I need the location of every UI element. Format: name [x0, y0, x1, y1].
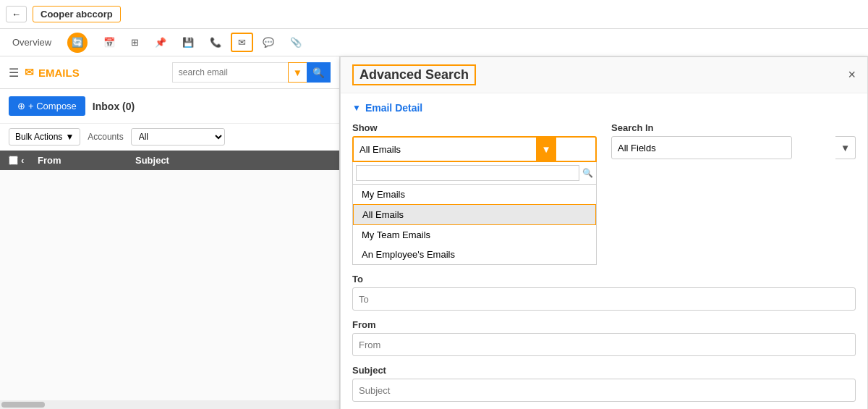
email-icon: ✉	[238, 37, 246, 48]
search-dropdown-button[interactable]: ▼	[288, 62, 307, 83]
search-in-select-wrapper: All Fields ▼	[611, 136, 856, 159]
dropdown-option-all-emails[interactable]: All Emails	[353, 204, 596, 225]
to-label: To	[352, 274, 856, 284]
tab-phone[interactable]: 📞	[203, 33, 228, 51]
chevron-down-icon: ▼	[352, 103, 361, 113]
accounts-select[interactable]: All	[131, 128, 225, 146]
from-input[interactable]	[352, 333, 856, 356]
pin-icon: 📌	[155, 37, 166, 48]
overview-label: Overview	[12, 37, 51, 48]
show-dropdown-container: ▼ 🔍 My Emails All Emails My Team Emails	[352, 136, 597, 265]
select-all-checkbox[interactable]	[9, 156, 18, 165]
email-header: ☰ ✉ EMAILS ▼ 🔍	[0, 56, 339, 89]
search-in-group: Search In All Fields ▼	[611, 122, 856, 265]
search-go-icon: 🔍	[312, 67, 325, 78]
search-email-input[interactable]	[172, 62, 288, 83]
from-label: From	[352, 319, 856, 330]
chevron-down-icon: ▼	[293, 67, 302, 78]
search-in-arrow[interactable]: ▼	[835, 136, 856, 159]
to-input[interactable]	[352, 287, 856, 311]
show-dropdown-input-wrapper: ▼	[352, 136, 597, 162]
tab-pin[interactable]: 📌	[148, 33, 173, 51]
email-section: ☰ ✉ EMAILS ▼ 🔍 ⊕ + Compose Inbox (0)	[0, 56, 868, 409]
save-icon: 💾	[182, 37, 194, 48]
top-bar: ← Cooper abccorp	[0, 0, 868, 29]
subject-label: Subject	[352, 365, 856, 376]
tab-table[interactable]: ⊞	[124, 33, 145, 51]
col-check: ‹	[9, 155, 38, 166]
section-label: Email Detail	[365, 102, 422, 114]
show-dropdown-input[interactable]	[354, 138, 536, 161]
tab-overview[interactable]: Overview	[6, 33, 58, 51]
inbox-label: Inbox (0)	[93, 101, 135, 112]
col-subject-header: Subject	[135, 155, 331, 166]
chat-icon: 💬	[263, 37, 274, 48]
calendar-icon: 📅	[103, 37, 115, 48]
compose-icon: ⊕	[17, 101, 25, 111]
show-searchin-row: Show ▼ 🔍	[352, 122, 856, 265]
tab-email[interactable]: ✉	[231, 33, 253, 52]
dropdown-option-employee-emails[interactable]: An Employee's Emails	[353, 245, 596, 264]
tab-calendar[interactable]: 📅	[97, 33, 122, 51]
email-label-icon: ✉	[25, 66, 34, 79]
email-section-label: ✉ EMAILS	[25, 66, 80, 79]
advanced-search-title: Advanced Search	[352, 64, 476, 85]
hamburger-button[interactable]: ☰	[9, 66, 19, 80]
search-email-area: ▼ 🔍	[172, 62, 331, 83]
search-in-select[interactable]: All Fields	[611, 136, 792, 159]
email-list-area	[0, 170, 339, 409]
horizontal-scrollbar[interactable]	[0, 400, 339, 409]
right-panel: Advanced Search × ▼ Email Detail Show	[340, 56, 868, 409]
dropdown-option-my-team-emails[interactable]: My Team Emails	[353, 225, 596, 245]
accounts-label: Accounts	[88, 132, 123, 142]
360-icon: 🔄	[67, 33, 88, 53]
toolbar: Overview 🔄 📅 ⊞ 📌 💾 📞 ✉ 💬 📎	[0, 29, 868, 56]
bulk-actions-button[interactable]: Bulk Actions ▼	[9, 128, 80, 146]
tab-save[interactable]: 💾	[176, 33, 200, 51]
advanced-search-close-button[interactable]: ×	[848, 67, 856, 83]
search-go-button[interactable]: 🔍	[307, 62, 331, 83]
left-panel: ☰ ✉ EMAILS ▼ 🔍 ⊕ + Compose Inbox (0)	[0, 56, 340, 409]
tab-chat[interactable]: 💬	[256, 33, 281, 51]
show-dropdown-arrow[interactable]: ▼	[536, 138, 556, 161]
subject-input[interactable]	[352, 379, 856, 402]
email-table-header: ‹ From Subject	[0, 151, 339, 170]
dropdown-list: My Emails All Emails My Team Emails An E…	[352, 185, 597, 265]
adv-search-header: Advanced Search ×	[341, 57, 867, 93]
adv-search-body: ▼ Email Detail Show ▼	[341, 93, 867, 409]
advanced-search-panel: Advanced Search × ▼ Email Detail Show	[340, 56, 868, 409]
account-title: Cooper abccorp	[33, 6, 121, 22]
show-label: Show	[352, 122, 597, 133]
back-button[interactable]: ←	[6, 6, 27, 22]
chevron-down-icon: ▼	[841, 143, 850, 153]
scrollbar-thumb	[1, 402, 45, 408]
bulk-actions-chevron: ▼	[65, 132, 74, 142]
col-from-header: From	[38, 155, 135, 166]
clip-icon: 📎	[290, 37, 302, 48]
chevron-down-icon: ▼	[541, 144, 550, 155]
from-group: From	[352, 319, 856, 356]
search-in-label: Search In	[611, 122, 856, 133]
tab-360[interactable]: 🔄	[61, 29, 94, 56]
dropdown-search-row: 🔍	[352, 162, 597, 185]
to-group: To	[352, 274, 856, 311]
bulk-actions-bar: Bulk Actions ▼ Accounts All	[0, 124, 339, 151]
dropdown-search-icon: 🔍	[582, 168, 593, 178]
subject-group: Subject	[352, 365, 856, 402]
phone-icon: 📞	[210, 37, 221, 48]
section-toggle[interactable]: ▼ Email Detail	[352, 102, 856, 114]
tab-clip[interactable]: 📎	[284, 33, 308, 51]
sort-icon: ‹	[21, 155, 24, 166]
compose-button[interactable]: ⊕ + Compose	[9, 96, 85, 116]
show-group: Show ▼ 🔍	[352, 122, 597, 265]
dropdown-option-my-emails[interactable]: My Emails	[353, 185, 596, 204]
dropdown-search-input[interactable]	[356, 165, 579, 181]
table-icon: ⊞	[131, 37, 139, 48]
compose-area: ⊕ + Compose Inbox (0)	[0, 89, 339, 124]
